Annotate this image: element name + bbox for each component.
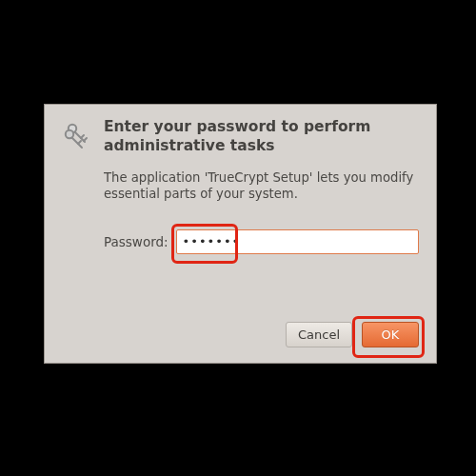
dialog-header: Enter your password to perform administr… — [62, 118, 419, 156]
dialog-message: The application 'TrueCrypt Setup' lets y… — [104, 169, 419, 203]
password-label: Password: — [104, 234, 169, 249]
dialog-title: Enter your password to perform administr… — [100, 118, 419, 156]
dialog-button-row: Cancel OK — [286, 322, 419, 347]
password-row: Password: — [104, 229, 419, 254]
keys-icon — [62, 118, 100, 152]
ok-button[interactable]: OK — [362, 322, 419, 347]
password-entry-wrap — [176, 229, 419, 254]
cancel-button[interactable]: Cancel — [286, 322, 352, 347]
polkit-auth-dialog: Enter your password to perform administr… — [44, 104, 437, 364]
password-input[interactable] — [176, 229, 419, 254]
